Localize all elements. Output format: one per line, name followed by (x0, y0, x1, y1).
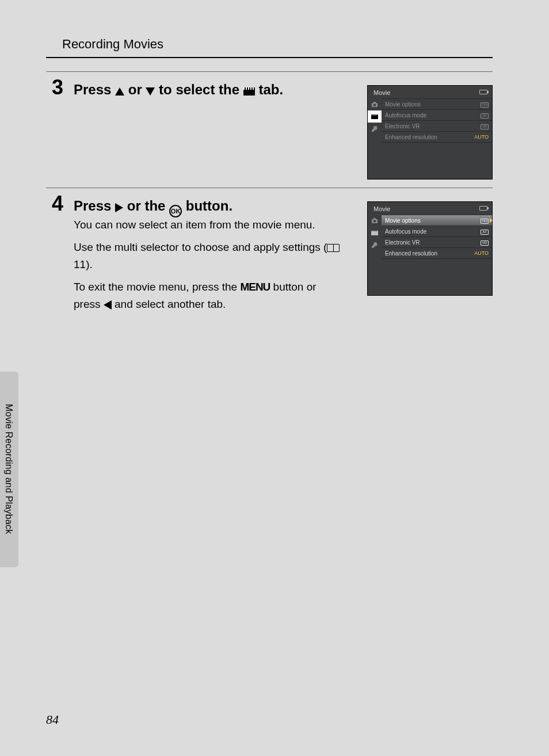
text: Use the multi selector to choose and app… (74, 241, 327, 253)
page-ref: 11 (74, 258, 86, 270)
row-value: 720 (481, 101, 489, 108)
step-rule (46, 188, 493, 188)
svg-rect-11 (373, 218, 376, 219)
svg-rect-7 (374, 114, 375, 115)
header-rule (46, 57, 493, 58)
step-number: 3 (46, 77, 69, 98)
lcd-tab-shooting (368, 98, 382, 110)
book-icon (327, 244, 340, 252)
paragraph: Use the multi selector to choose and app… (74, 239, 343, 273)
lcd-tab-movie (368, 110, 382, 123)
lcd-title-text: Movie (373, 205, 390, 212)
lcd-row: Enhanced resolutionAUTO (382, 248, 492, 259)
svg-rect-16 (374, 231, 375, 231)
svg-rect-9 (376, 114, 377, 115)
value-icon: 720 (481, 219, 489, 224)
svg-rect-5 (372, 114, 372, 115)
up-icon (115, 87, 124, 96)
side-section-title: Movie Recording and Playback (0, 372, 17, 534)
svg-rect-8 (375, 114, 376, 115)
row-value: AF (481, 112, 489, 119)
lcd-row: Electronic VRVR (382, 121, 492, 132)
row-label: Electronic VR (385, 239, 481, 246)
value-icon: VR (481, 240, 489, 246)
paragraph: To exit the movie menu, press the MENU b… (74, 278, 343, 312)
camera-menu-screenshot-tabs: Movie Movie options720 Au (367, 85, 493, 180)
svg-rect-6 (373, 114, 373, 115)
row-value: AF (481, 228, 489, 235)
row-value: AUTO (474, 134, 489, 140)
step-body: You can now select an item from the movi… (74, 216, 343, 318)
lcd-row: Autofocus modeAF (382, 110, 492, 121)
paragraph: You can now select an item from the movi… (74, 216, 343, 233)
lcd-row: Enhanced resolutionAUTO (382, 132, 492, 143)
lcd-tab-movie (368, 227, 382, 239)
lcd-tab-setup (368, 239, 382, 251)
text: and select another tab. (112, 298, 226, 310)
svg-rect-14 (372, 231, 372, 231)
row-value: VR (481, 239, 489, 246)
wrench-icon (371, 242, 378, 249)
step-number: 4 (46, 193, 69, 214)
side-tab: Movie Recording and Playback (0, 372, 18, 567)
text: or (128, 82, 146, 97)
svg-point-12 (373, 220, 376, 222)
row-label: Movie options (385, 101, 481, 108)
lcd-title: Movie (368, 86, 492, 98)
text: to select the (159, 82, 243, 97)
lcd-list: Movie options720 Autofocus modeAF Electr… (382, 215, 492, 293)
movie-icon (371, 230, 378, 236)
lcd-tab-column (368, 215, 382, 293)
value-icon: AF (481, 113, 489, 119)
svg-point-2 (373, 104, 376, 106)
lcd-title-text: Movie (373, 89, 390, 96)
text: ). (86, 258, 93, 270)
lcd-row: Electronic VRVR (382, 237, 492, 248)
right-icon (115, 203, 123, 212)
lcd-row-selected: Movie options720 (382, 215, 492, 226)
text: Press (74, 82, 115, 97)
step-rule (46, 71, 493, 72)
battery-icon (479, 90, 487, 94)
value-icon: 720 (481, 102, 489, 108)
svg-rect-17 (375, 231, 376, 231)
camera-icon (371, 217, 378, 224)
down-icon (146, 87, 155, 96)
wrench-icon (371, 125, 378, 132)
movie-icon (371, 113, 378, 120)
row-label: Electronic VR (385, 123, 481, 129)
svg-rect-1 (373, 102, 376, 103)
text: button. (186, 198, 232, 213)
camera-menu-screenshot-list: Movie Movie options720 Au (367, 201, 493, 296)
row-label: Movie options (385, 217, 481, 224)
svg-rect-18 (376, 231, 377, 231)
step-heading: Press or to select the tab. (74, 81, 349, 99)
lcd-title: Movie (368, 202, 492, 215)
menu-icon: MENU (240, 278, 270, 295)
lcd-tab-shooting (368, 215, 382, 227)
row-value: VR (481, 123, 489, 129)
movie-icon (243, 87, 255, 96)
camera-icon (371, 101, 378, 108)
battery-icon (479, 206, 487, 211)
page-number: 84 (46, 712, 59, 727)
row-label: Enhanced resolution (385, 134, 474, 140)
lcd-row: Autofocus modeAF (382, 226, 492, 237)
value-icon: AF (481, 230, 489, 235)
text: Press (74, 198, 115, 213)
value-icon: VR (481, 124, 489, 129)
lcd-tab-setup (368, 123, 382, 135)
row-label: Autofocus mode (385, 228, 481, 235)
text: tab. (258, 82, 283, 97)
row-value: AUTO (474, 250, 489, 256)
lcd-list: Movie options720 Autofocus modeAF Electr… (382, 98, 492, 177)
row-label: Autofocus mode (385, 112, 481, 119)
step-heading: Press or the OK button. (74, 197, 349, 217)
running-header: Recording Movies (62, 37, 163, 52)
left-icon (104, 300, 112, 310)
lcd-row: Movie options720 (382, 99, 492, 110)
row-value: 720 (481, 217, 489, 224)
svg-rect-15 (373, 231, 373, 231)
ok-icon: OK (169, 205, 182, 217)
text: To exit the movie menu, press the (74, 281, 240, 293)
